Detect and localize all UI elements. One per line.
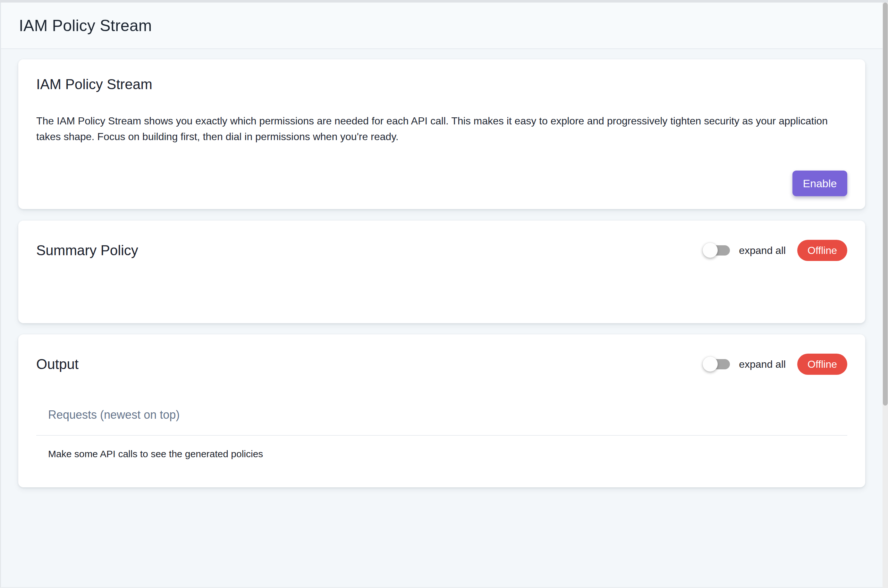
main-content: IAM Policy Stream The IAM Policy Stream … xyxy=(0,50,888,588)
output-title: Output xyxy=(36,355,79,373)
intro-card-title: IAM Policy Stream xyxy=(36,75,847,93)
vertical-scrollbar-track xyxy=(882,3,888,588)
summary-expand-toggle[interactable] xyxy=(704,245,730,255)
output-expand-toggle[interactable] xyxy=(704,359,730,369)
vertical-scrollbar-thumb[interactable] xyxy=(883,3,888,406)
window-left-edge xyxy=(0,3,1,588)
requests-section: Requests (newest on top) Make some API c… xyxy=(36,408,847,459)
output-expand-all-label: expand all xyxy=(739,358,786,370)
summary-policy-header-row: Summary Policy expand all Offline xyxy=(36,240,847,261)
output-card: Output expand all Offline Requests (newe… xyxy=(18,334,865,488)
output-status-badge: Offline xyxy=(797,354,847,375)
requests-empty-message: Make some API calls to see the generated… xyxy=(36,448,847,459)
summary-policy-controls: expand all Offline xyxy=(704,240,847,261)
summary-policy-card: Summary Policy expand all Offline xyxy=(18,220,865,323)
intro-card-description: The IAM Policy Stream shows you exactly … xyxy=(36,113,847,145)
requests-divider xyxy=(36,435,847,436)
requests-section-header: Requests (newest on top) xyxy=(36,408,847,422)
summary-policy-title: Summary Policy xyxy=(36,242,138,260)
output-header-row: Output expand all Offline xyxy=(36,354,847,375)
page-title: IAM Policy Stream xyxy=(19,16,152,35)
window-top-edge xyxy=(0,0,888,3)
output-controls: expand all Offline xyxy=(704,354,847,375)
summary-expand-all-label: expand all xyxy=(739,244,786,256)
toggle-knob xyxy=(703,357,718,372)
enable-button[interactable]: Enable xyxy=(792,171,847,196)
intro-card: IAM Policy Stream The IAM Policy Stream … xyxy=(18,59,865,209)
toggle-knob xyxy=(703,243,718,258)
page-header: IAM Policy Stream xyxy=(0,3,888,49)
summary-status-badge: Offline xyxy=(797,240,847,261)
